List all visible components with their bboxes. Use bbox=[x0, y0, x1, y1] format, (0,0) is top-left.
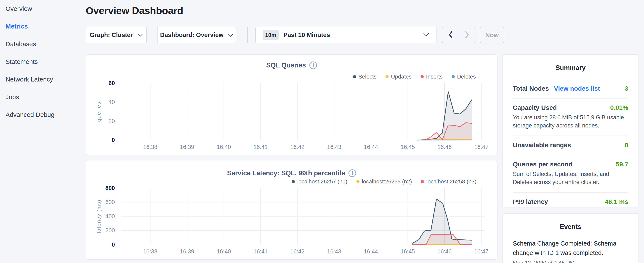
summary-row: Capacity Used0.01%You are using 28.6 MiB… bbox=[513, 99, 628, 136]
time-range-label: Past 10 Minutes bbox=[284, 32, 330, 39]
svg-text:16:45: 16:45 bbox=[400, 248, 415, 255]
events-title: Events bbox=[513, 223, 628, 231]
sidebar-item-advanced-debug[interactable]: Advanced Debug bbox=[6, 111, 85, 118]
svg-text:16:47: 16:47 bbox=[474, 248, 488, 255]
graph-scope-dropdown[interactable]: Graph: Cluster bbox=[86, 27, 147, 43]
svg-text:16:38: 16:38 bbox=[143, 248, 157, 255]
svg-text:16:44: 16:44 bbox=[364, 248, 378, 255]
chevron-down-icon bbox=[228, 32, 233, 39]
svg-text:600: 600 bbox=[106, 199, 115, 205]
dashboard-label: Dashboard: Overview bbox=[160, 32, 224, 39]
summary-row-description: Sum of Selects, Updates, Inserts, and De… bbox=[513, 170, 628, 186]
svg-text:16:47: 16:47 bbox=[474, 144, 488, 150]
svg-text:16:41: 16:41 bbox=[254, 248, 268, 255]
event-item: Schema Change Completed: Schema change w… bbox=[513, 239, 628, 263]
chevron-right-icon bbox=[464, 31, 470, 40]
chevron-down-icon bbox=[423, 33, 429, 37]
summary-row: P99 latency46.1 ms bbox=[513, 193, 628, 211]
time-forward-button[interactable] bbox=[458, 27, 475, 43]
dashboard-dropdown[interactable]: Dashboard: Overview bbox=[157, 27, 236, 43]
sidebar-item-network-latency[interactable]: Network Latency bbox=[6, 76, 85, 83]
svg-text:queries: queries bbox=[96, 102, 102, 122]
summary-row: Total NodesView nodes list3 bbox=[513, 79, 628, 99]
summary-title: Summary bbox=[513, 64, 628, 72]
summary-row-value: 3 bbox=[625, 85, 628, 92]
summary-row-value: 46.1 ms bbox=[605, 198, 628, 205]
sidebar-item-statements[interactable]: Statements bbox=[6, 58, 85, 65]
summary-row-label: Unavailable ranges bbox=[513, 141, 571, 149]
svg-text:16:45: 16:45 bbox=[400, 144, 415, 150]
svg-text:latency (ms): latency (ms) bbox=[96, 199, 102, 233]
sql-queries-chart-card: SQL Queries i SelectsUpdatesInsertsDelet… bbox=[86, 54, 498, 155]
divider bbox=[247, 27, 248, 43]
time-back-button[interactable] bbox=[442, 27, 458, 43]
time-range-selector[interactable]: 10m Past 10 Minutes bbox=[255, 27, 436, 43]
service-latency-chart-card: Service Latency: SQL, 99th percentile i … bbox=[86, 160, 498, 259]
summary-row-value: 59.7 bbox=[616, 161, 628, 168]
view-nodes-list-link[interactable]: View nodes list bbox=[554, 85, 600, 92]
events-list: Schema Change Completed: Schema change w… bbox=[513, 239, 628, 263]
summary-rows: Total NodesView nodes list3Capacity Used… bbox=[513, 79, 628, 211]
summary-row-label: Queries per second bbox=[513, 161, 572, 168]
svg-text:16:43: 16:43 bbox=[327, 144, 341, 150]
svg-text:16:42: 16:42 bbox=[290, 144, 304, 150]
event-date: May 13, 2020 at 4:45 PM bbox=[513, 259, 628, 263]
page-title: Overview Dashboard bbox=[86, 5, 183, 16]
summary-row-label: Total Nodes bbox=[513, 85, 549, 92]
summary-row-label: P99 latency bbox=[513, 198, 548, 205]
controls-bar: Graph: Cluster Dashboard: Overview 10m P… bbox=[86, 27, 504, 43]
summary-row-label: Capacity Used bbox=[513, 104, 557, 111]
summary-row: Queries per second59.7Sum of Selects, Up… bbox=[513, 155, 628, 193]
svg-text:0: 0 bbox=[112, 137, 115, 143]
svg-text:16:44: 16:44 bbox=[364, 144, 378, 150]
svg-text:200: 200 bbox=[106, 227, 115, 234]
summary-row-value: 0 bbox=[625, 141, 628, 149]
summary-row-description: You are using 28.6 MiB of 515.9 GiB usab… bbox=[513, 113, 628, 130]
service-latency-chart[interactable]: 16:3816:3916:4016:4116:4216:4316:4416:45… bbox=[86, 160, 497, 259]
svg-text:40: 40 bbox=[108, 99, 115, 105]
svg-text:16:46: 16:46 bbox=[437, 248, 452, 255]
svg-text:16:46: 16:46 bbox=[437, 144, 452, 150]
sidebar-item-overview[interactable]: Overview bbox=[6, 5, 85, 12]
svg-text:16:43: 16:43 bbox=[327, 248, 341, 255]
sidebar-item-databases[interactable]: Databases bbox=[6, 41, 85, 48]
svg-text:0: 0 bbox=[112, 241, 115, 248]
time-range-badge: 10m bbox=[262, 30, 279, 40]
chevron-down-icon bbox=[138, 32, 143, 39]
svg-text:400: 400 bbox=[106, 213, 115, 220]
svg-text:16:42: 16:42 bbox=[290, 248, 304, 255]
svg-text:800: 800 bbox=[106, 185, 115, 191]
svg-text:16:39: 16:39 bbox=[180, 144, 194, 150]
event-text: Schema Change Completed: Schema change w… bbox=[513, 239, 628, 257]
summary-row-value: 0.01% bbox=[610, 104, 628, 111]
svg-text:16:41: 16:41 bbox=[254, 144, 268, 150]
svg-text:16:38: 16:38 bbox=[143, 144, 157, 150]
svg-text:16:40: 16:40 bbox=[217, 248, 231, 255]
summary-row: Unavailable ranges0 bbox=[513, 136, 628, 155]
events-panel: Events Schema Change Completed: Schema c… bbox=[502, 213, 639, 263]
graph-scope-label: Graph: Cluster bbox=[90, 32, 133, 39]
sidebar: OverviewMetricsDatabasesStatementsNetwor… bbox=[0, 0, 85, 129]
chevron-left-icon bbox=[448, 31, 453, 40]
time-step-buttons bbox=[442, 27, 476, 43]
svg-text:16:39: 16:39 bbox=[180, 248, 194, 255]
summary-panel: Summary Total NodesView nodes list3Capac… bbox=[502, 54, 639, 207]
sidebar-item-jobs[interactable]: Jobs bbox=[6, 93, 85, 101]
svg-text:20: 20 bbox=[108, 118, 115, 124]
sidebar-item-metrics[interactable]: Metrics bbox=[6, 23, 85, 30]
now-button[interactable]: Now bbox=[480, 27, 504, 43]
svg-text:60: 60 bbox=[108, 80, 115, 86]
svg-text:16:40: 16:40 bbox=[217, 144, 231, 150]
sql-queries-chart[interactable]: 16:3816:3916:4016:4116:4216:4316:4416:45… bbox=[86, 55, 497, 155]
